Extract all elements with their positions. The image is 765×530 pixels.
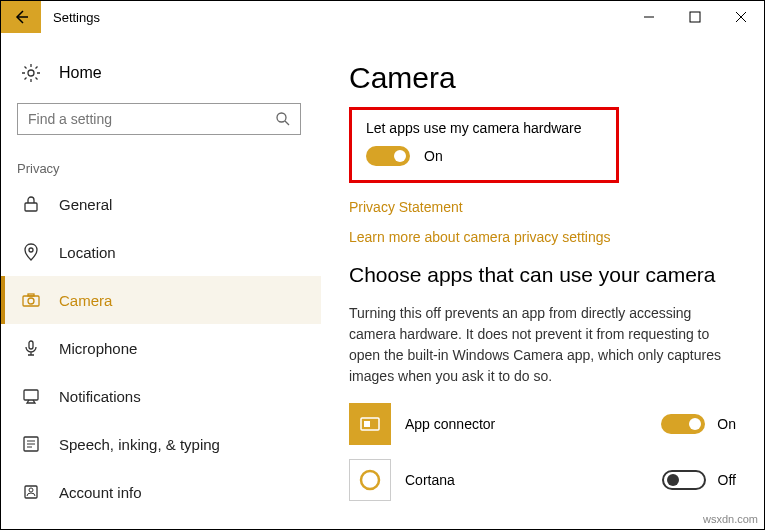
notifications-icon xyxy=(21,386,41,406)
back-button[interactable] xyxy=(1,1,41,33)
svg-point-4 xyxy=(28,70,34,76)
sidebar-item-label: General xyxy=(59,196,112,213)
svg-rect-1 xyxy=(690,12,700,22)
svg-line-6 xyxy=(285,121,289,125)
search-icon xyxy=(275,111,291,127)
page-title: Camera xyxy=(349,61,736,95)
sidebar-item-label: Location xyxy=(59,244,116,261)
svg-rect-7 xyxy=(25,203,37,211)
app-connector-icon xyxy=(349,403,391,445)
sidebar-item-location[interactable]: Location xyxy=(1,228,321,276)
app-name: Cortana xyxy=(405,472,648,488)
sidebar-item-label: Notifications xyxy=(59,388,141,405)
svg-rect-21 xyxy=(364,421,370,427)
master-toggle-label: Let apps use my camera hardware xyxy=(366,120,602,136)
svg-rect-12 xyxy=(29,341,33,349)
maximize-button[interactable] xyxy=(672,1,718,33)
sidebar-item-general[interactable]: General xyxy=(1,180,321,228)
watermark: wsxdn.com xyxy=(703,513,758,525)
svg-point-10 xyxy=(28,298,34,304)
speech-icon xyxy=(21,434,41,454)
sidebar-item-label: Account info xyxy=(59,484,142,501)
section-title: Choose apps that can use your camera xyxy=(349,263,736,287)
window-controls xyxy=(626,1,764,33)
home-label: Home xyxy=(59,64,102,82)
sidebar-item-notifications[interactable]: Notifications xyxy=(1,372,321,420)
privacy-statement-link[interactable]: Privacy Statement xyxy=(349,199,736,215)
svg-point-22 xyxy=(361,471,379,489)
camera-icon xyxy=(21,290,41,310)
sidebar-item-microphone[interactable]: Microphone xyxy=(1,324,321,372)
gear-icon xyxy=(21,63,41,83)
microphone-icon xyxy=(21,338,41,358)
sidebar-item-label: Speech, inking, & typing xyxy=(59,436,220,453)
lock-icon xyxy=(21,194,41,214)
app-row-cortana: Cortana Off xyxy=(349,459,736,501)
app-toggle-cortana[interactable] xyxy=(662,470,706,490)
location-icon xyxy=(21,242,41,262)
app-name: App connector xyxy=(405,416,647,432)
svg-point-19 xyxy=(29,488,33,492)
sidebar-item-label: Microphone xyxy=(59,340,137,357)
svg-rect-13 xyxy=(24,390,38,400)
titlebar: Settings xyxy=(1,1,764,33)
learn-more-link[interactable]: Learn more about camera privacy settings xyxy=(349,229,736,245)
svg-rect-11 xyxy=(28,294,34,296)
main-content: Camera Let apps use my camera hardware O… xyxy=(321,33,764,529)
sidebar-item-label: Camera xyxy=(59,292,112,309)
master-toggle-state: On xyxy=(424,148,443,164)
minimize-button[interactable] xyxy=(626,1,672,33)
home-button[interactable]: Home xyxy=(1,51,321,95)
sidebar: Home Privacy General Location Camera Mic… xyxy=(1,33,321,529)
back-arrow-icon xyxy=(12,8,30,26)
window-title: Settings xyxy=(41,1,626,33)
highlighted-setting: Let apps use my camera hardware On xyxy=(349,107,619,183)
svg-point-5 xyxy=(277,113,286,122)
account-icon xyxy=(21,482,41,502)
master-toggle[interactable] xyxy=(366,146,410,166)
app-toggle-state: On xyxy=(717,416,736,432)
app-toggle-app-connector[interactable] xyxy=(661,414,705,434)
close-button[interactable] xyxy=(718,1,764,33)
app-toggle-state: Off xyxy=(718,472,736,488)
sidebar-item-account[interactable]: Account info xyxy=(1,468,321,516)
svg-point-8 xyxy=(29,248,33,252)
group-label-privacy: Privacy xyxy=(1,155,321,180)
sidebar-item-speech[interactable]: Speech, inking, & typing xyxy=(1,420,321,468)
app-row-app-connector: App connector On xyxy=(349,403,736,445)
section-description: Turning this off prevents an app from di… xyxy=(349,303,736,387)
cortana-icon xyxy=(349,459,391,501)
search-input[interactable] xyxy=(17,103,301,135)
sidebar-item-camera[interactable]: Camera xyxy=(1,276,321,324)
